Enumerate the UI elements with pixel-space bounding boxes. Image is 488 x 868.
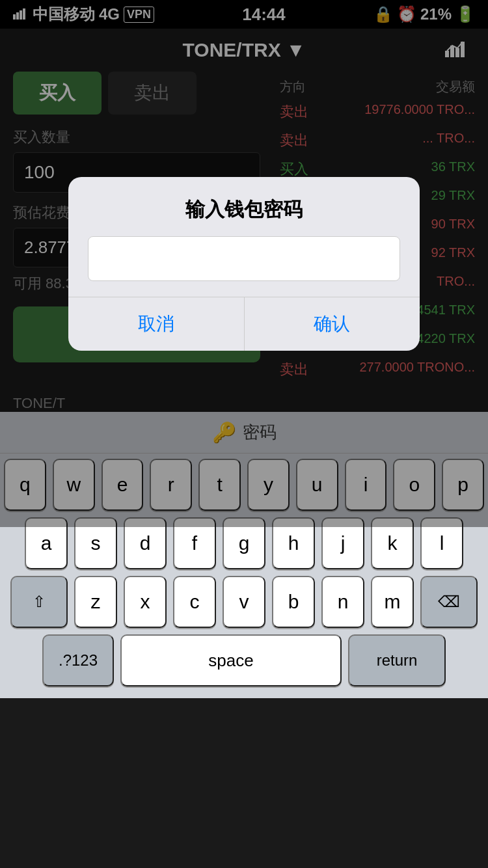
shift-key[interactable]: ⇧ — [10, 576, 68, 628]
key-x[interactable]: x — [124, 576, 167, 628]
key-v[interactable]: v — [223, 576, 265, 628]
password-input[interactable] — [88, 236, 400, 281]
confirm-button[interactable]: 确认 — [245, 297, 420, 351]
modal-title: 输入钱包密码 — [68, 177, 420, 236]
key-z[interactable]: z — [74, 576, 117, 628]
key-m[interactable]: m — [371, 576, 414, 628]
symbols-key[interactable]: .?123 — [42, 634, 114, 686]
cancel-button[interactable]: 取消 — [68, 297, 245, 351]
key-c[interactable]: c — [173, 576, 216, 628]
modal-buttons: 取消 确认 — [68, 297, 420, 351]
space-key-label: space — [208, 651, 253, 671]
delete-key[interactable]: ⌫ — [420, 576, 478, 628]
return-key-label: return — [377, 651, 418, 670]
key-n[interactable]: n — [321, 576, 364, 628]
return-key[interactable]: return — [348, 634, 446, 686]
symbols-key-label: .?123 — [59, 651, 98, 670]
modal-overlay: 输入钱包密码 取消 确认 — [0, 0, 488, 527]
space-key[interactable]: space — [120, 634, 342, 686]
key-b[interactable]: b — [272, 576, 315, 628]
password-modal: 输入钱包密码 取消 确认 — [68, 177, 420, 351]
keyboard-row-4: .?123 space return — [4, 634, 484, 686]
keyboard-row-3: ⇧ z x c v b n m ⌫ — [4, 576, 484, 628]
